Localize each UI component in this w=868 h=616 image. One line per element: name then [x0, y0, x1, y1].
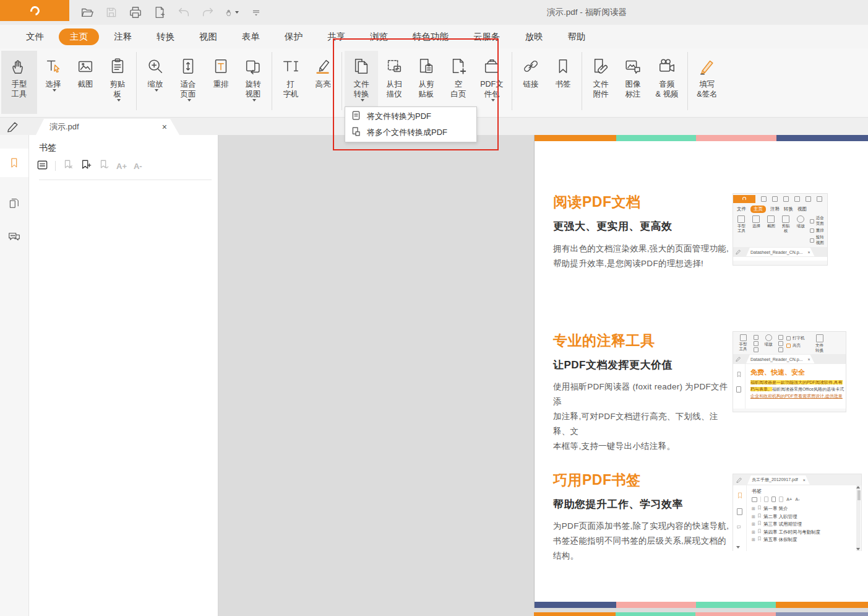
tab-file[interactable]: 文件	[16, 28, 54, 45]
mini-tab: 注释	[770, 206, 780, 212]
print-icon[interactable]	[129, 6, 142, 19]
tab-view[interactable]: 视图	[189, 28, 227, 45]
convert-single-file-icon	[351, 110, 361, 123]
document-tab[interactable]: 演示.pdf ×	[36, 119, 179, 135]
ribbon-group-create: 文件 转换 从扫 描仪 从剪 贴板 空 白页 PDF文 件包	[345, 51, 509, 114]
pdf-page: 阅读PDF文档 更强大、更实用、更高效 拥有出色的文档渲染效果,强大的页面管理功…	[534, 135, 868, 608]
open-file-icon[interactable]	[80, 6, 94, 19]
undo-icon[interactable]	[177, 6, 191, 19]
mini-screenshot-annotation: 手型 工具 缩放 打字机 高亮 文件 转换 Datasheet_Reader_C…	[733, 331, 846, 412]
snapshot-button[interactable]: 截图	[69, 51, 101, 114]
clipboard-caret-icon	[117, 99, 121, 102]
mini-doc-tab-title: Datasheet_Reader_CN.p...	[750, 357, 802, 362]
select-button[interactable]: 选择	[37, 51, 69, 114]
zoom-button[interactable]: 缩放	[139, 51, 171, 114]
audio-video-label: 音频 & 视频	[656, 79, 679, 99]
bookmark-button[interactable]: 书签	[547, 51, 579, 114]
menu-item-convert-multiple-files-to-pdf[interactable]: 将多个文件转换成PDF	[345, 124, 476, 141]
close-tab-icon[interactable]: ×	[162, 123, 167, 131]
window-title: 演示.pdf - 福昕阅读器	[547, 0, 627, 25]
ribbon-group-tools: 手型 工具 选择 截图 剪贴 板	[1, 51, 134, 114]
menu-item-convert-file-to-pdf[interactable]: 将文件转换为PDF	[345, 108, 476, 124]
tab-slideshow[interactable]: 放映	[515, 28, 553, 45]
sidebar-pages-button[interactable]	[0, 189, 28, 218]
link-label: 链接	[523, 79, 539, 89]
font-increase-icon[interactable]: A+	[116, 162, 127, 171]
image-annotation-button[interactable]: 图像 标注	[617, 51, 649, 114]
sidebar-comments-button[interactable]	[0, 223, 28, 251]
sidebar-bookmarks-button[interactable]	[0, 149, 28, 177]
file-convert-button[interactable]: 文件 转换	[345, 51, 378, 114]
blank-page-button[interactable]: 空 白页	[442, 51, 475, 114]
rotate-view-button[interactable]: 旋转 视图	[237, 51, 269, 114]
stripe-salmon	[695, 612, 776, 616]
attachment-icon	[591, 54, 610, 78]
highlight-button[interactable]: 高亮	[307, 51, 339, 114]
snapshot-label: 截图	[78, 79, 93, 89]
from-clipboard-button[interactable]: 从剪 贴板	[410, 51, 442, 114]
redo-icon[interactable]	[201, 6, 215, 19]
section-subheading: 更强大、更实用、更高效	[553, 219, 733, 233]
mini-doc-tab-title: Datasheet_Reader_CN.p...	[750, 250, 802, 254]
bookmark-label: 书签	[556, 79, 571, 89]
hand-mode-icon[interactable]	[225, 6, 239, 19]
ribbon-separator	[136, 52, 137, 110]
clipboard-button[interactable]: 剪贴 板	[101, 51, 134, 114]
new-document-icon[interactable]	[153, 6, 166, 19]
hand-tool-button[interactable]: 手型 工具	[1, 51, 37, 114]
ribbon-separator	[512, 52, 512, 110]
reflow-button[interactable]: 重排	[205, 51, 237, 114]
mini-doc-tab-row: Datasheet_Reader_CN.p...×	[733, 354, 846, 364]
from-clipboard-label: 从剪 贴板	[419, 79, 434, 99]
delete-bookmark-icon[interactable]	[62, 159, 74, 173]
stripe-teal	[616, 135, 696, 141]
bookmark-list-options-icon[interactable]	[37, 159, 48, 173]
section-read-pdf: 阅读PDF文档 更强大、更实用、更高效 拥有出色的文档渲染效果,强大的页面管理功…	[553, 193, 733, 271]
customize-toolbar-icon[interactable]	[249, 6, 263, 19]
tab-home[interactable]: 主页	[59, 28, 99, 45]
bookmark-more-icon[interactable]	[98, 159, 110, 173]
navigation-strip	[0, 135, 29, 616]
tab-form[interactable]: 表单	[232, 28, 270, 45]
tab-comment[interactable]: 注释	[104, 28, 142, 45]
add-bookmark-icon[interactable]	[80, 159, 92, 173]
stripe-salmon	[616, 602, 696, 608]
mini-screenshot-reader-ui: 文件 主页 注释 转换 视图 手型 工具 选择 截图 剪贴 板 缩放 适合页面	[733, 193, 828, 266]
main-area: 书签 A+ A- 阅读PDF文档	[0, 135, 868, 616]
pdf-portfolio-button[interactable]: PDF文 件包	[475, 51, 509, 114]
audio-video-button[interactable]: 音频 & 视频	[649, 51, 685, 114]
fill-sign-label: 填写 &签名	[697, 79, 717, 99]
ribbon-group-view: 缩放 适合 页面 重排 旋转 视图	[139, 51, 269, 114]
file-attachment-button[interactable]: 文件 附件	[585, 51, 617, 114]
save-icon[interactable]	[105, 6, 118, 19]
select-caret-icon	[53, 89, 56, 92]
section-subheading: 让PDF文档发挥更大价值	[553, 358, 733, 372]
link-button[interactable]: 链接	[515, 51, 547, 114]
from-clipboard-icon	[417, 54, 436, 78]
section-annotation-tools: 专业的注释工具 让PDF文档发挥更大价值 使用福昕PDF阅读器 (foxit r…	[553, 331, 733, 454]
fit-page-button[interactable]: 适合 页面	[171, 51, 205, 114]
fill-sign-button[interactable]: 填写 &签名	[690, 51, 724, 114]
tab-cloud[interactable]: 云服务	[463, 28, 510, 45]
tab-convert[interactable]: 转换	[147, 28, 184, 45]
tab-browse[interactable]: 浏览	[360, 28, 398, 45]
page-top-stripes	[535, 135, 868, 141]
mini-doc-tab-row: Datasheet_Reader_CN.p...×	[733, 247, 827, 257]
tab-help[interactable]: 帮助	[558, 28, 596, 45]
link-icon	[522, 54, 540, 78]
tab-features[interactable]: 特色功能	[403, 28, 458, 45]
font-decrease-icon[interactable]: A-	[134, 162, 142, 171]
blank-page-label: 空 白页	[451, 79, 466, 99]
from-scanner-button[interactable]: 从扫 描仪	[378, 51, 410, 114]
mini-ribbon: 手型 工具 选择 截图 剪贴 板 缩放 适合页面 重排 旋转视图	[733, 214, 827, 247]
mini-ribbon-side-list: 适合页面 重排 旋转视图	[810, 215, 826, 246]
rotate-view-caret-icon	[252, 99, 256, 102]
tab-share[interactable]: 共享	[317, 28, 355, 45]
tab-protect[interactable]: 保护	[275, 28, 312, 45]
mini-tab-active: 主页	[750, 206, 766, 213]
menu-tab-bar: 文件 主页 注释 转换 视图 表单 保护 共享 浏览 特色功能 云服务 放映 帮…	[0, 25, 868, 48]
annotation-tag-icon[interactable]	[7, 120, 19, 135]
mini-icon	[761, 196, 767, 202]
stripe-orange	[534, 612, 616, 616]
typewriter-button[interactable]: 打 字机	[275, 51, 307, 114]
